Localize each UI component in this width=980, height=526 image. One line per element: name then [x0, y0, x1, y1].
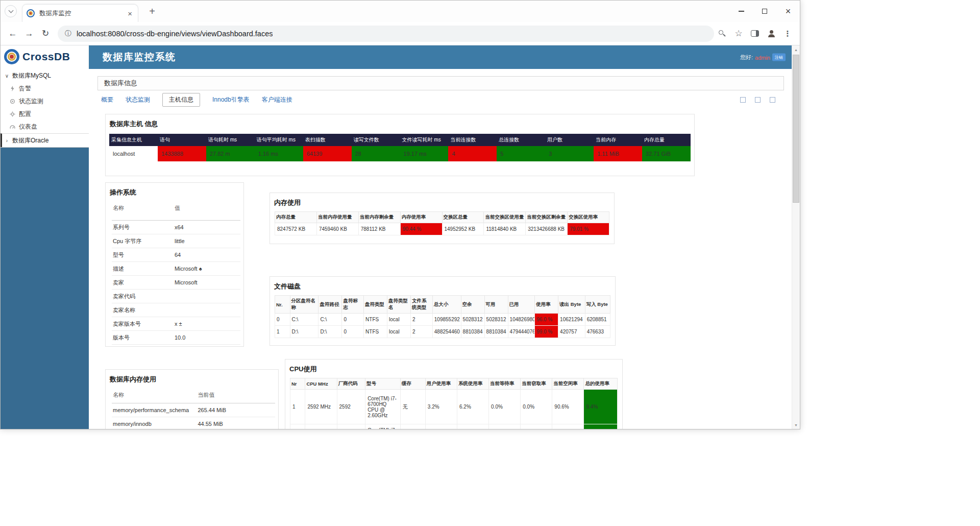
name-cell: 版本号 [112, 331, 174, 345]
value-cell: 0 [342, 326, 364, 338]
back-button[interactable]: ← [5, 29, 21, 39]
sidebar-item-dashboard[interactable]: 仪表盘 [1, 121, 89, 133]
scrollbar-up-arrow[interactable]: ▲ [792, 45, 800, 54]
address-bar[interactable]: ⓘ localhost:8080/cross-db-engine/views/v… [58, 26, 714, 42]
section-title: 数据库主机 信息 [106, 114, 694, 133]
value-cell: 11814840 KB [484, 223, 526, 235]
sidebar-group-oracle[interactable]: › 数据库Oracle [1, 133, 89, 147]
table-header-row: Nr CPU MHz 厂商代码 型号 缓存 用户使用率 系统使用率 当前等待率 … [290, 378, 618, 390]
name-cell: memory/innodb [112, 417, 197, 429]
value-cell: local [387, 314, 411, 326]
db-memory-table: 名称 当前值 memory/performance_schema265.44 M… [112, 388, 275, 429]
tab-close-icon[interactable]: × [126, 9, 134, 18]
side-panel-icon[interactable] [747, 26, 763, 42]
panel-control-icon-1[interactable] [740, 97, 746, 103]
app-header: 数据库监控系统 您好: admin 注销 [89, 45, 792, 69]
column-header: 当前内存使用量 [316, 212, 358, 223]
metric-cell: 4 [448, 146, 497, 161]
minimize-icon [739, 11, 744, 12]
new-tab-button[interactable]: + [145, 6, 159, 17]
sidebar-group-mysql[interactable]: ∨ 数据库MySQL [1, 69, 89, 82]
column-header: 总的使用率 [584, 378, 618, 390]
column-header: 系统使用率 [457, 378, 488, 390]
metric-cell: 1.16 ms [255, 146, 303, 161]
value-cell: 2 [411, 326, 433, 338]
forward-button[interactable]: → [21, 29, 37, 39]
value-cell: 8810384 [484, 326, 508, 338]
sidebar-group-label: 数据库MySQL [12, 71, 51, 80]
name-cell: 型号 [112, 248, 174, 262]
metric-cell: 1.11 MiB [594, 146, 642, 161]
value-cell: 0.0% [489, 390, 521, 424]
table-row: 版本号10.0 [112, 331, 240, 345]
sidebar: CrossDB ∨ 数据库MySQL 告警 状态监测 配置 [1, 45, 89, 429]
tab-status-monitor[interactable]: 状态监测 [126, 95, 150, 104]
profile-avatar-icon[interactable] [763, 26, 779, 42]
tab-client-connections[interactable]: 客户端连接 [262, 95, 292, 104]
sidebar-item-label: 告警 [19, 84, 31, 93]
tab-search-button[interactable] [5, 5, 17, 17]
bookmark-star-icon[interactable]: ☆ [730, 26, 747, 42]
value-cell: C:\ [290, 314, 318, 326]
sidebar-item-label: 状态监测 [19, 97, 43, 106]
value-cell: 64 [174, 248, 240, 262]
value-cell: 8247572 KB [275, 223, 317, 235]
panel-box-icon [751, 30, 759, 37]
value-cell [305, 424, 337, 429]
cpu-table: Nr CPU MHz 厂商代码 型号 缓存 用户使用率 系统使用率 当前等待率 … [290, 378, 618, 429]
value-cell: 14952952 KB [442, 223, 484, 235]
name-cell: 描述 [112, 262, 174, 276]
zoom-icon[interactable] [714, 26, 730, 42]
info-bar: 数据库信息 [97, 76, 784, 90]
column-header: 总连接数 [497, 134, 545, 146]
scrollbar-thumb[interactable] [793, 55, 799, 203]
refresh-button[interactable]: ↻ [37, 28, 54, 39]
value-cell: 6208851 [585, 314, 610, 326]
browser-toolbar: ← → ↻ ⓘ localhost:8080/cross-db-engine/v… [1, 22, 800, 45]
table-row: localhost 1433888 27.82 m 1.16 ms 64139 … [109, 146, 691, 161]
page-title: 数据库监控系统 [103, 51, 176, 64]
browser-tab-strip: 数据库监控 × + × [1, 1, 800, 22]
tab-innodb-tables[interactable]: Innodb引擎表 [212, 95, 250, 104]
magnifier-icon [719, 30, 726, 37]
column-header: 当前交换区剩余量 [526, 212, 568, 223]
name-cell: memory/performance_schema [112, 403, 197, 417]
table-header-row: 采集信息主机 语句 语句耗时 ms 语句平均耗时 ms 表扫描数 读写文件数 文… [109, 134, 691, 146]
sidebar-item-alert[interactable]: 告警 [1, 82, 89, 95]
sidebar-item-status-monitor[interactable]: 状态监测 [1, 95, 89, 108]
tab-host-info[interactable]: 主机信息 [162, 93, 200, 107]
column-header: 值 [174, 201, 240, 221]
column-header: 内存总量 [642, 134, 691, 146]
table-header-row: 名称 值 [112, 201, 240, 221]
value-cell: 104826980 [508, 314, 535, 326]
window-maximize-button[interactable] [753, 1, 776, 22]
table-row: 卖家代码 [112, 290, 240, 303]
tab-overview[interactable]: 概要 [101, 95, 113, 104]
chevron-down-icon [8, 8, 13, 13]
sidebar-item-label: 仪表盘 [19, 123, 37, 131]
logout-button[interactable]: 注销 [772, 54, 786, 61]
browser-tab[interactable]: 数据库监控 × [22, 4, 138, 22]
value-cell: 0.0% [521, 390, 552, 424]
gear-icon [10, 111, 15, 117]
table-row: 卖家名称 [112, 303, 240, 317]
metric-cell: 3 [545, 146, 594, 161]
metric-cell: 32.71 GiB [642, 146, 691, 161]
sidebar-item-config[interactable]: 配置 [1, 108, 89, 121]
tab-title: 数据库监控 [39, 9, 126, 18]
page-scrollbar[interactable]: ▲ ▼ [792, 45, 800, 429]
name-cell: 卖家名称 [112, 303, 174, 317]
table-header-row: 内存总量 当前内存使用量 当前内存剩余量 内存使用率 交换区总量 当前交换区使用… [275, 212, 609, 223]
column-header: CPU MHz [305, 378, 337, 390]
panel-control-icon-3[interactable] [770, 97, 775, 103]
scrollbar-down-arrow[interactable]: ▼ [792, 421, 800, 429]
panel-control-icon-2[interactable] [755, 97, 761, 103]
site-info-icon[interactable]: ⓘ [65, 29, 71, 38]
window-minimize-button[interactable] [729, 1, 753, 22]
column-header: Nr. [275, 296, 290, 314]
value-cell: 476633 [585, 326, 610, 338]
browser-menu-icon[interactable]: ⋮ [779, 26, 796, 42]
window-close-button[interactable]: × [776, 1, 800, 22]
os-section: 操作系统 名称 值 系列号x64 Cpu 字节序little 型号64 描述Mi… [105, 182, 244, 347]
value-cell: 6.2% [457, 390, 488, 424]
